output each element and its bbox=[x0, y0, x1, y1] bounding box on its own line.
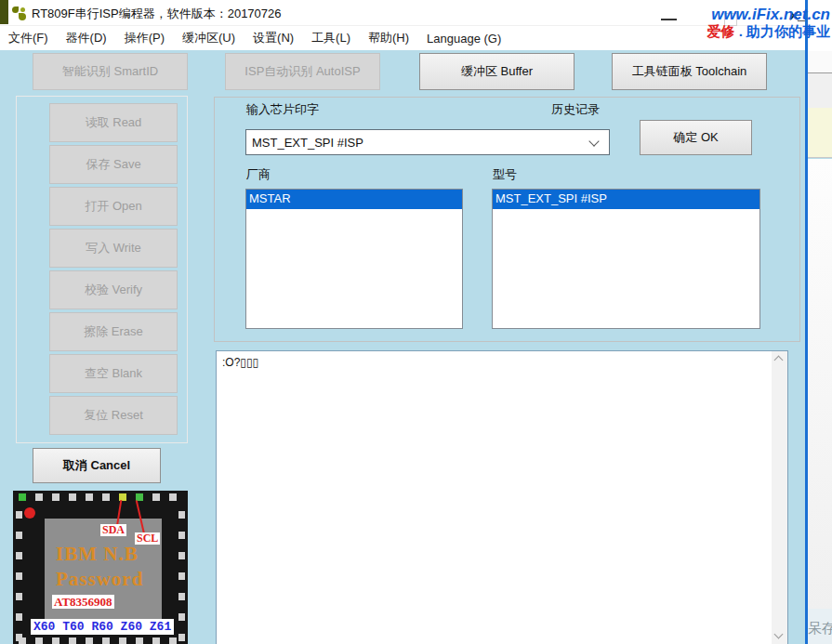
chip-pad bbox=[19, 637, 26, 644]
list-item[interactable]: MST_EXT_SPI #ISP bbox=[493, 190, 759, 209]
verify-button[interactable]: 校验 Verify bbox=[49, 270, 178, 309]
corner-decoration bbox=[0, 0, 8, 24]
client-area: 智能识别 SmartID ISP自动识别 AutoISP 缓冲区 Buffer … bbox=[0, 50, 807, 644]
reset-button[interactable]: 复位 Reset bbox=[49, 396, 178, 435]
minimize-button[interactable] bbox=[661, 19, 677, 20]
chip-pad bbox=[178, 552, 185, 559]
erase-button[interactable]: 擦除 Erase bbox=[49, 312, 178, 351]
chip-title-line1: IBM N.B bbox=[56, 543, 139, 566]
chip-pad bbox=[178, 634, 185, 641]
window-border bbox=[805, 0, 808, 644]
chip-pad bbox=[152, 493, 160, 501]
read-button[interactable]: 读取 Read bbox=[49, 103, 178, 142]
buffer-button[interactable]: 缓冲区 Buffer bbox=[419, 53, 574, 90]
menu-bar: 文件(F) 器件(D) 操作(P) 缓冲区(U) 设置(N) 工具(L) 帮助(… bbox=[0, 26, 807, 50]
menu-file[interactable]: 文件(F) bbox=[8, 30, 48, 46]
chip-pad bbox=[102, 493, 110, 501]
menu-buffer[interactable]: 缓冲区(U) bbox=[182, 30, 235, 46]
maximize-button[interactable] bbox=[724, 13, 737, 26]
scroll-down-icon[interactable] bbox=[772, 628, 787, 644]
model-listbox[interactable]: MST_EXT_SPI #ISP bbox=[492, 189, 760, 329]
save-button[interactable]: 保存 Save bbox=[49, 145, 178, 184]
chip-marking-combobox[interactable]: MST_EXT_SPI #ISP bbox=[245, 129, 610, 155]
chip-pad bbox=[178, 532, 185, 539]
menu-device[interactable]: 器件(D) bbox=[66, 30, 107, 46]
chip-pad bbox=[86, 493, 93, 501]
open-button[interactable]: 打开 Open bbox=[49, 187, 178, 226]
blank-button[interactable]: 查空 Blank bbox=[49, 354, 178, 393]
chip-pad bbox=[16, 593, 22, 600]
chip-pad bbox=[169, 493, 177, 501]
history-label: 历史记录 bbox=[551, 101, 600, 118]
chip-pad bbox=[69, 637, 76, 644]
chip-pad bbox=[169, 637, 177, 644]
chip-pad bbox=[69, 493, 76, 501]
app-icon bbox=[12, 7, 26, 20]
cancel-button[interactable]: 取消 Cancel bbox=[33, 448, 161, 483]
log-text: :O?▯▯▯ bbox=[222, 356, 258, 369]
window-title: RT809F串行ISP编程器，软件版本：20170726 bbox=[32, 6, 282, 22]
chip-pad bbox=[178, 593, 185, 600]
chip-input-label: 输入芯片印字 bbox=[246, 101, 319, 118]
menu-language[interactable]: Language (G) bbox=[427, 32, 501, 46]
list-item[interactable]: MSTAR bbox=[246, 190, 462, 209]
menu-help[interactable]: 帮助(H) bbox=[368, 30, 409, 46]
chip-pad bbox=[19, 493, 26, 501]
close-button[interactable]: ✕ bbox=[784, 7, 804, 26]
chevron-down-icon[interactable] bbox=[588, 136, 599, 146]
operations-group: 读取 Read 保存 Save 打开 Open 写入 Write 校验 Veri… bbox=[16, 96, 188, 443]
chip-title-line2: Password bbox=[56, 568, 143, 591]
chip-pad bbox=[35, 493, 43, 501]
menu-settings[interactable]: 设置(N) bbox=[253, 30, 294, 46]
model-label: 型号 bbox=[493, 166, 517, 183]
chip-pad bbox=[16, 552, 22, 559]
title-bar: RT809F串行ISP编程器，软件版本：20170726 ✕ bbox=[0, 0, 832, 26]
chip-models: X60 T60 R60 Z60 Z61 bbox=[31, 619, 174, 635]
chip-pad bbox=[16, 511, 22, 519]
chip-pad bbox=[16, 572, 22, 580]
toolchain-button[interactable]: 工具链面板 Toolchain bbox=[612, 53, 767, 90]
chip-photo: SDA SCL IBM N.B Password AT8356908 X60 T… bbox=[13, 491, 188, 644]
menu-tools[interactable]: 工具(L) bbox=[311, 30, 350, 46]
manufacturer-listbox[interactable]: MSTAR bbox=[245, 189, 463, 329]
background-window-text: 呆存 bbox=[808, 620, 832, 637]
chip-pad bbox=[52, 637, 59, 644]
chip-pad bbox=[35, 637, 43, 644]
autoisp-button[interactable]: ISP自动识别 AutoISP bbox=[225, 53, 380, 90]
chip-pad bbox=[52, 493, 59, 501]
chip-pad bbox=[152, 637, 160, 644]
log-scrollbar[interactable] bbox=[772, 351, 787, 644]
chip-marking-value: MST_EXT_SPI #ISP bbox=[252, 136, 363, 150]
smartid-button[interactable]: 智能识别 SmartID bbox=[33, 53, 188, 90]
write-button[interactable]: 写入 Write bbox=[49, 229, 178, 268]
scroll-up-icon[interactable] bbox=[772, 351, 787, 367]
scl-label: SCL bbox=[135, 532, 160, 545]
chip-part-number: AT8356908 bbox=[52, 595, 114, 609]
pin1-dot bbox=[24, 507, 35, 519]
chip-pad bbox=[86, 637, 93, 644]
chip-pad bbox=[102, 637, 110, 644]
chip-pad bbox=[178, 613, 185, 621]
ok-button[interactable]: 确定 OK bbox=[640, 120, 752, 155]
chip-pad bbox=[136, 637, 143, 644]
chip-pad bbox=[16, 613, 22, 621]
log-output[interactable]: :O?▯▯▯ bbox=[216, 350, 788, 644]
chip-pad bbox=[16, 532, 22, 539]
chip-pad bbox=[119, 637, 126, 644]
manufacturer-label: 厂商 bbox=[246, 166, 271, 183]
menu-operation[interactable]: 操作(P) bbox=[125, 30, 165, 46]
chip-select-group: 输入芯片印字 历史记录 MST_EXT_SPI #ISP 确定 OK 厂商 型号… bbox=[214, 97, 800, 342]
chip-pad bbox=[178, 511, 185, 519]
background-window: 呆存 bbox=[808, 0, 832, 644]
sda-label: SDA bbox=[100, 524, 126, 536]
chip-pad bbox=[178, 572, 185, 580]
